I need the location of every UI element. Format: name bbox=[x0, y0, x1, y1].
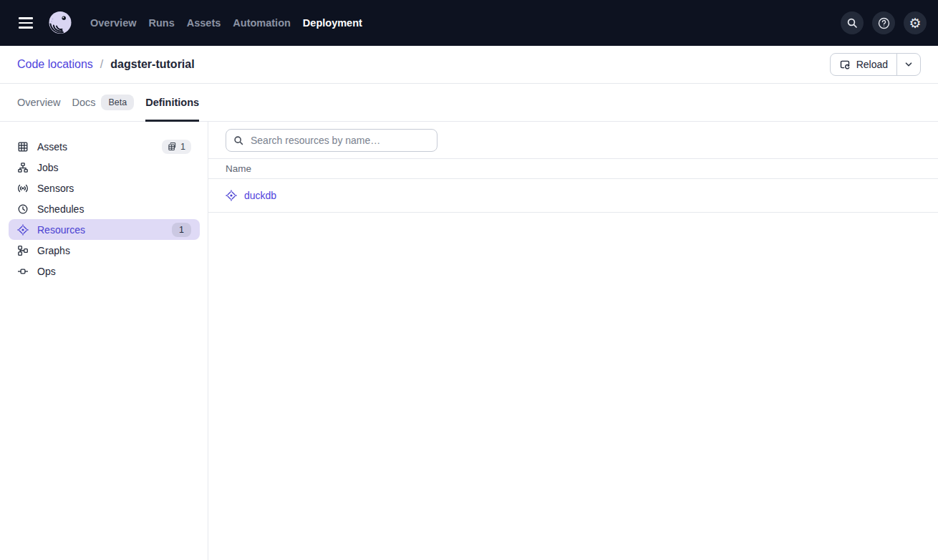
reload-button-label: Reload bbox=[856, 59, 888, 70]
graph-icon bbox=[17, 245, 29, 256]
breadcrumb-separator: / bbox=[100, 58, 103, 71]
sidebar-item-label: Schedules bbox=[37, 203, 84, 215]
stacked-tables-icon bbox=[168, 142, 177, 151]
definitions-sidebar: Assets 1 bbox=[0, 122, 208, 560]
sidebar-item-schedules[interactable]: Schedules bbox=[9, 198, 200, 219]
resource-icon bbox=[226, 190, 237, 201]
search-icon bbox=[233, 135, 243, 145]
help-button[interactable] bbox=[872, 11, 895, 34]
sidebar-item-label: Jobs bbox=[37, 162, 59, 173]
sidebar-item-label: Sensors bbox=[37, 183, 74, 194]
topbar-actions: ⚙ bbox=[841, 11, 927, 34]
reload-button[interactable]: Reload bbox=[831, 54, 896, 75]
sidebar-item-graphs[interactable]: Graphs bbox=[9, 240, 200, 261]
reload-split-button: Reload bbox=[830, 53, 921, 76]
resource-search-box bbox=[226, 129, 437, 152]
sensor-icon bbox=[17, 183, 29, 194]
breadcrumb: Code locations / dagster-tutorial bbox=[17, 58, 195, 71]
breadcrumb-current-location: dagster-tutorial bbox=[110, 58, 194, 71]
tab-docs-label: Docs bbox=[72, 97, 95, 108]
help-icon bbox=[878, 17, 890, 29]
resources-count-badge: 1 bbox=[172, 223, 191, 237]
tab-overview-label: Overview bbox=[17, 97, 60, 108]
chevron-down-icon bbox=[904, 60, 913, 69]
resources-panel: Name duckdb bbox=[208, 122, 938, 560]
job-graph-icon bbox=[17, 162, 29, 173]
sidebar-item-ops[interactable]: Ops bbox=[9, 261, 200, 281]
tab-definitions[interactable]: Definitions bbox=[145, 84, 199, 121]
column-header-name: Name bbox=[226, 163, 251, 174]
tab-overview[interactable]: Overview bbox=[17, 84, 60, 121]
tab-definitions-label: Definitions bbox=[145, 97, 199, 108]
sidebar-item-jobs[interactable]: Jobs bbox=[9, 157, 200, 178]
dagster-logo[interactable] bbox=[46, 9, 74, 37]
gear-icon: ⚙ bbox=[909, 16, 921, 30]
nav-automation[interactable]: Automation bbox=[233, 17, 291, 29]
menu-button[interactable] bbox=[11, 9, 40, 37]
clock-icon bbox=[17, 203, 29, 215]
page-header: Code locations / dagster-tutorial Reload bbox=[0, 46, 938, 84]
resource-link-duckdb[interactable]: duckdb bbox=[244, 190, 276, 201]
resources-count: 1 bbox=[179, 225, 184, 235]
nav-runs[interactable]: Runs bbox=[149, 17, 175, 29]
op-icon bbox=[17, 266, 29, 277]
content-area: Assets 1 bbox=[0, 122, 938, 560]
settings-button[interactable]: ⚙ bbox=[904, 11, 927, 34]
header-actions: Reload bbox=[830, 53, 921, 76]
sidebar-item-assets[interactable]: Assets 1 bbox=[9, 136, 200, 157]
resources-table-header: Name bbox=[208, 159, 938, 179]
assets-count-badge: 1 bbox=[162, 140, 191, 154]
sidebar-item-resources[interactable]: Resources 1 bbox=[9, 219, 200, 240]
reload-icon bbox=[839, 59, 851, 70]
sidebar-item-sensors[interactable]: Sensors bbox=[9, 178, 200, 198]
sidebar-item-label: Ops bbox=[37, 266, 56, 277]
tab-docs[interactable]: Docs Beta bbox=[72, 84, 134, 121]
table-icon bbox=[17, 141, 29, 153]
search-icon bbox=[846, 17, 858, 29]
breadcrumb-code-locations-link[interactable]: Code locations bbox=[17, 58, 93, 71]
primary-nav: Overview Runs Assets Automation Deployme… bbox=[90, 17, 362, 29]
assets-count: 1 bbox=[180, 142, 185, 152]
resource-row-duckdb[interactable]: duckdb bbox=[208, 179, 938, 213]
sidebar-item-label: Resources bbox=[37, 224, 85, 236]
resource-icon bbox=[17, 224, 29, 236]
nav-assets[interactable]: Assets bbox=[187, 17, 221, 29]
nav-overview[interactable]: Overview bbox=[90, 17, 137, 29]
sidebar-item-label: Graphs bbox=[37, 245, 70, 256]
search-row bbox=[208, 122, 938, 159]
reload-dropdown-button[interactable] bbox=[896, 54, 920, 75]
resource-search-input[interactable] bbox=[249, 134, 430, 147]
code-location-tabs: Overview Docs Beta Definitions bbox=[0, 84, 938, 122]
search-button[interactable] bbox=[841, 11, 864, 34]
top-navigation-bar: Overview Runs Assets Automation Deployme… bbox=[0, 0, 938, 46]
sidebar-item-label: Assets bbox=[37, 141, 67, 153]
beta-badge: Beta bbox=[101, 95, 134, 110]
nav-deployment[interactable]: Deployment bbox=[303, 17, 362, 29]
